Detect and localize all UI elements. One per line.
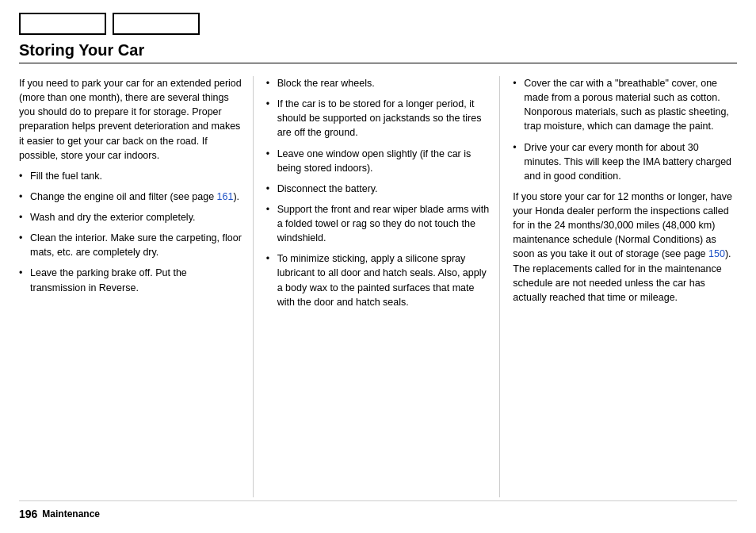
page-title: Storing Your Car: [19, 41, 737, 59]
content-area: If you need to park your car for an exte…: [19, 76, 737, 497]
list-item: Leave the parking brake off. Put the tra…: [19, 266, 243, 294]
list-item: To minimize sticking, apply a silicone s…: [266, 251, 491, 309]
col3-bullet-list: Cover the car with a "breathable" cover,…: [513, 76, 737, 183]
column-3: Cover the car with a "breathable" cover,…: [500, 76, 737, 497]
col2-bullet-list: Block the rear wheels. If the car is to …: [266, 76, 491, 309]
page-container: Storing Your Car If you need to park you…: [0, 0, 756, 533]
list-item: Disconnect the battery.: [266, 182, 491, 196]
list-item: Clean the interior. Make sure the carpet…: [19, 231, 243, 259]
header-area: Storing Your Car: [19, 13, 737, 71]
list-item: Fill the fuel tank.: [19, 169, 243, 183]
list-item: Wash and dry the exterior completely.: [19, 210, 243, 224]
page-link-150[interactable]: 150: [708, 248, 725, 259]
list-item: Leave one window open slightly (if the c…: [266, 147, 491, 175]
footer-area: 196 Maintenance: [19, 500, 737, 520]
title-divider: [19, 63, 737, 63]
col1-intro: If you need to park your car for an exte…: [19, 76, 243, 163]
list-item: If the car is to be stored for a longer …: [266, 97, 491, 140]
list-item: Cover the car with a "breathable" cover,…: [513, 76, 737, 134]
col1-bullet-list: Fill the fuel tank. Change the engine oi…: [19, 169, 243, 295]
list-item: Block the rear wheels.: [266, 76, 491, 90]
footer-section-label: Maintenance: [42, 508, 100, 520]
nav-box-right[interactable]: [113, 13, 200, 35]
col3-outro: If you store your car for 12 months or l…: [513, 190, 737, 305]
nav-box-left[interactable]: [19, 13, 106, 35]
page-link-161[interactable]: 161: [217, 191, 234, 202]
list-item: Drive your car every month for about 30 …: [513, 140, 737, 183]
nav-boxes: [19, 13, 737, 35]
list-item: Support the front and rear wiper blade a…: [266, 202, 491, 245]
column-1: If you need to park your car for an exte…: [19, 76, 254, 497]
column-2: Block the rear wheels. If the car is to …: [254, 76, 501, 497]
list-item: Change the engine oil and filter (see pa…: [19, 190, 243, 204]
page-number: 196: [19, 508, 37, 520]
